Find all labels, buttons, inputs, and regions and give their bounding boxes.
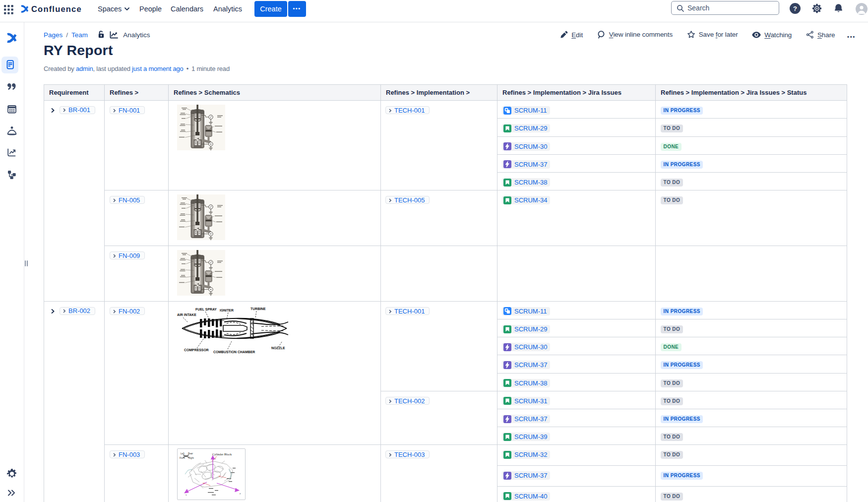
svg-text:?: ? [793, 5, 797, 12]
